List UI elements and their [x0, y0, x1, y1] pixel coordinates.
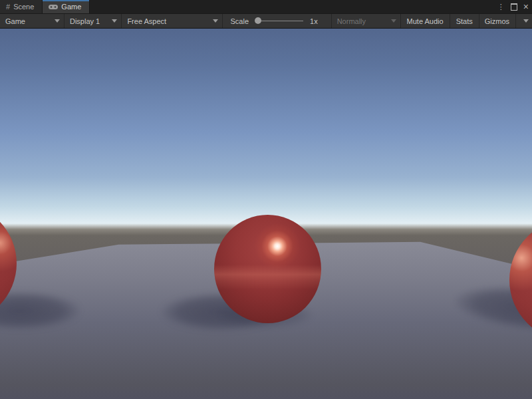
aspect-ratio-label: Free Aspect — [126, 17, 168, 25]
unity-game-view-window: # Scene Game ⋮ × Game Display 1 — [0, 0, 532, 399]
maximize-icon[interactable] — [511, 3, 517, 11]
stats-label: Stats — [456, 17, 473, 25]
chevron-down-icon — [112, 19, 117, 23]
scale-value: 1x — [310, 17, 318, 25]
playmode-dropdown-label: Normally — [336, 17, 367, 25]
game-view-dropdown[interactable]: Game — [0, 14, 65, 28]
scale-slider[interactable] — [255, 21, 303, 21]
chevron-down-icon — [213, 19, 218, 23]
gizmos-dropdown[interactable]: Gizmos — [479, 14, 532, 28]
chevron-down-icon — [55, 19, 60, 23]
tab-scene-label: Scene — [13, 3, 34, 11]
tab-game[interactable]: Game — [43, 0, 90, 13]
playmode-dropdown[interactable]: Normally — [331, 14, 401, 28]
divider — [515, 14, 516, 28]
tab-bar: # Scene Game ⋮ × — [0, 0, 532, 13]
gizmos-label: Gizmos — [483, 17, 511, 25]
display-dropdown-label: Display 1 — [68, 17, 101, 25]
kebab-menu-icon[interactable]: ⋮ — [497, 3, 505, 11]
gamepad-icon — [49, 4, 58, 10]
game-viewport[interactable] — [0, 29, 532, 399]
chevron-down-icon — [391, 19, 396, 23]
game-view-dropdown-label: Game — [4, 17, 27, 25]
grid-icon: # — [6, 3, 10, 11]
game-view-toolbar: Game Display 1 Free Aspect Scale 1x Norm… — [0, 13, 532, 29]
stats-button[interactable]: Stats — [450, 14, 479, 28]
display-dropdown[interactable]: Display 1 — [65, 14, 122, 28]
mute-audio-button[interactable]: Mute Audio — [401, 14, 450, 28]
chevron-down-icon — [523, 19, 529, 23]
aspect-ratio-dropdown[interactable]: Free Aspect — [122, 14, 222, 28]
scale-label: Scale — [229, 17, 251, 25]
red-sphere-center — [214, 215, 321, 323]
tab-game-label: Game — [61, 3, 81, 11]
mute-audio-label: Mute Audio — [407, 17, 444, 25]
scale-slider-knob[interactable] — [255, 17, 261, 24]
scale-control: Scale 1x — [223, 14, 323, 28]
toolbar-spacer — [323, 14, 331, 28]
window-controls: ⋮ × — [497, 0, 529, 13]
tab-scene[interactable]: # Scene — [0, 0, 43, 13]
close-icon[interactable]: × — [523, 2, 529, 11]
